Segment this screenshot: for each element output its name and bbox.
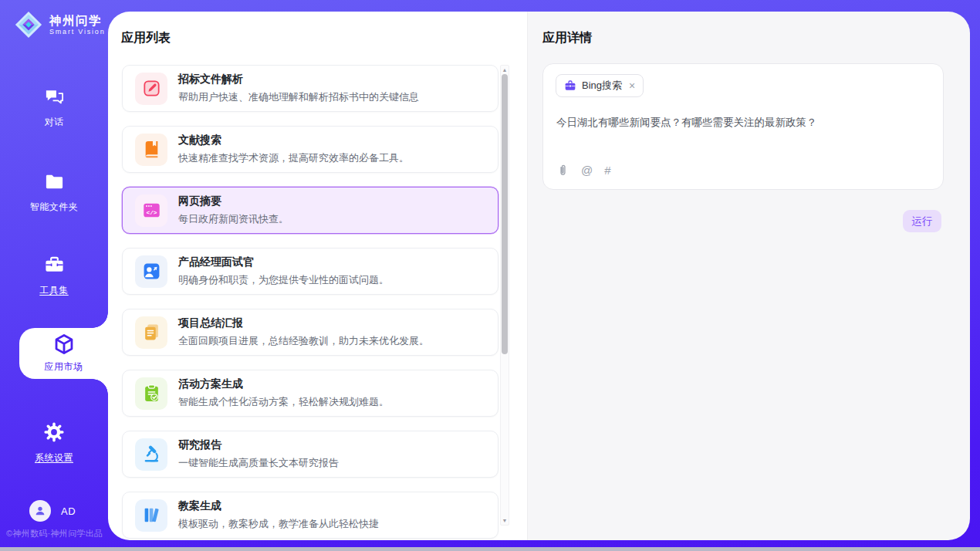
browser-code-icon: </> xyxy=(135,194,167,227)
diamond-logo-icon xyxy=(14,10,43,39)
sidebar-item-label: 工具集 xyxy=(0,284,108,297)
app-list-panel: 应用列表 招标文件解析 帮助用户快速 xyxy=(108,12,527,540)
list-scrollbar[interactable]: ▲ ▼ xyxy=(500,65,509,526)
app-title: 教案生成 xyxy=(178,499,379,513)
avatar xyxy=(29,500,51,522)
person-icon xyxy=(34,505,46,517)
book-icon xyxy=(135,134,167,166)
app-card-event-plan[interactable]: 活动方案生成 智能生成个性化活动方案，轻松解决规划难题。 xyxy=(122,370,498,417)
app-window: 神州问学 Smart Vision 对话 智能文件夹 xyxy=(0,0,980,551)
app-desc: 全面回顾项目进展，总结经验教训，助力未来优化发展。 xyxy=(178,334,429,348)
brand-tagline: Smart Vision xyxy=(49,28,105,35)
input-toolbar: @ # xyxy=(556,164,611,177)
hash-icon[interactable]: # xyxy=(604,164,610,176)
sidebar-item-toolset[interactable]: 工具集 xyxy=(0,255,108,297)
paperclip-icon[interactable] xyxy=(556,164,569,177)
briefcase-icon xyxy=(564,79,576,92)
app-title: 活动方案生成 xyxy=(178,377,389,391)
books-icon xyxy=(135,499,167,532)
scroll-up-icon[interactable]: ▲ xyxy=(501,67,509,73)
app-title: 网页摘要 xyxy=(178,194,289,208)
app-desc: 明确身份和职责，为您提供专业性的面试问题。 xyxy=(178,273,389,287)
svg-text:</>: </> xyxy=(146,209,157,216)
documents-icon xyxy=(135,316,167,349)
sidebar-item-app-market[interactable]: 应用市场 xyxy=(19,328,108,379)
app-card-lesson-plan[interactable]: 教案生成 模板驱动，教案秒成，教学准备从此轻松快捷 xyxy=(122,492,498,539)
sidebar-item-label: 对话 xyxy=(0,116,108,129)
toolbox-icon xyxy=(44,255,65,276)
app-card-pm-interviewer[interactable]: 产品经理面试官 明确身份和职责，为您提供专业性的面试问题。 xyxy=(122,248,498,295)
sidebar: 神州问学 Smart Vision 对话 智能文件夹 xyxy=(0,0,108,551)
app-title: 产品经理面试官 xyxy=(178,255,389,269)
app-title: 文献搜索 xyxy=(178,134,409,147)
scrollbar-thumb[interactable] xyxy=(502,74,508,354)
app-card-web-summary[interactable]: </> 网页摘要 每日政府新闻资讯快查。 xyxy=(122,187,498,234)
copyright-footer: ©神州数码·神州问学出品 xyxy=(6,528,108,539)
edit-note-icon xyxy=(135,73,167,105)
app-desc: 模板驱动，教案秒成，教学准备从此轻松快捷 xyxy=(178,517,379,531)
sidebar-item-smart-folder[interactable]: 智能文件夹 xyxy=(0,171,108,214)
brand-name: 神州问学 xyxy=(49,14,105,28)
app-title: 项目总结汇报 xyxy=(178,316,429,330)
folder-icon xyxy=(44,171,65,192)
gear-icon xyxy=(43,421,65,443)
app-desc: 每日政府新闻资讯快查。 xyxy=(178,212,289,226)
content-panel: 应用列表 招标文件解析 帮助用户快速 xyxy=(108,12,970,540)
user-label: AD xyxy=(61,505,76,517)
query-text-input[interactable]: 今日湖北有哪些新闻要点？有哪些需要关注的最新政策？ xyxy=(556,115,927,130)
app-desc: 一键智能生成高质量长文本研究报告 xyxy=(178,456,339,470)
app-card-project-summary[interactable]: 项目总结汇报 全面回顾项目进展，总结经验教训，助力未来优化发展。 xyxy=(122,309,498,356)
tool-tag-bing-search[interactable]: Bing搜索 × xyxy=(556,74,644,97)
app-detail-title: 应用详情 xyxy=(542,30,592,46)
app-card-research-report[interactable]: 研究报告 一键智能生成高质量长文本研究报告 xyxy=(122,431,498,478)
app-list-title: 应用列表 xyxy=(121,30,171,46)
microscope-icon xyxy=(135,438,167,471)
app-title: 研究报告 xyxy=(178,438,339,452)
sidebar-item-label: 智能文件夹 xyxy=(0,201,108,214)
cube-icon xyxy=(52,333,76,356)
app-desc: 帮助用户快速、准确地理解和解析招标书中的关键信息 xyxy=(178,90,419,104)
window-bottom-edge xyxy=(0,547,980,551)
app-title: 招标文件解析 xyxy=(178,73,419,86)
app-card-bid-parse[interactable]: 招标文件解析 帮助用户快速、准确地理解和解析招标书中的关键信息 xyxy=(122,65,498,112)
sidebar-item-chat[interactable]: 对话 xyxy=(0,86,108,129)
sidebar-item-label: 应用市场 xyxy=(19,360,108,374)
brand-logo: 神州问学 Smart Vision xyxy=(14,10,105,39)
user-account[interactable]: AD xyxy=(29,500,76,522)
clipboard-check-icon xyxy=(135,377,167,410)
tag-label: Bing搜索 xyxy=(582,79,622,93)
run-button[interactable]: 运行 xyxy=(903,210,941,232)
scroll-down-icon[interactable]: ▼ xyxy=(501,518,509,523)
sidebar-item-label: 系统设置 xyxy=(0,451,108,465)
chat-icon xyxy=(44,86,65,107)
presenter-icon xyxy=(135,255,167,288)
app-detail-panel: 应用详情 Bing搜索 × 今日湖北有哪些新闻要点？有哪些需要关注的最新政 xyxy=(527,12,970,540)
query-input-card[interactable]: Bing搜索 × 今日湖北有哪些新闻要点？有哪些需要关注的最新政策？ @ # xyxy=(542,63,944,190)
tag-close-icon[interactable]: × xyxy=(629,79,635,92)
app-desc: 智能生成个性化活动方案，轻松解决规划难题。 xyxy=(178,395,389,409)
at-sign-icon[interactable]: @ xyxy=(581,164,593,176)
app-card-literature-search[interactable]: 文献搜索 快速精准查找学术资源，提高研究效率的必备工具。 xyxy=(122,126,498,173)
sidebar-item-settings[interactable]: 系统设置 xyxy=(0,421,108,465)
app-desc: 快速精准查找学术资源，提高研究效率的必备工具。 xyxy=(178,151,409,165)
app-card-list: 招标文件解析 帮助用户快速、准确地理解和解析招标书中的关键信息 xyxy=(122,65,498,540)
